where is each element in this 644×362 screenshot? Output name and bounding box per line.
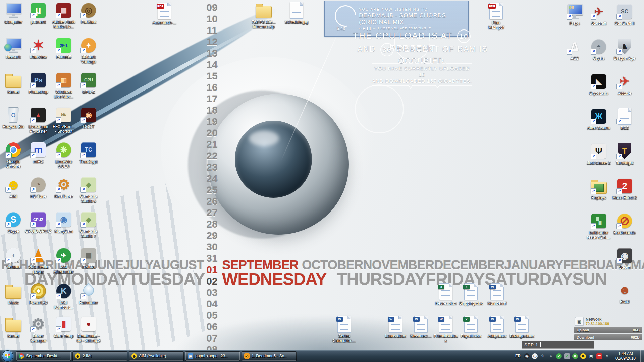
desktop-icon-build-order-tester[interactable]: ▚↗build order tester v2.4....	[585, 213, 613, 240]
jet-tray-icon[interactable]: ✈	[540, 353, 546, 359]
desktop-icon-payroll-xlsx[interactable]: XPayroll.xlsx	[457, 316, 485, 338]
desktop-icon-mirc[interactable]: m↗mIRC	[24, 141, 52, 164]
desktop-icon-plan-math-pdf[interactable]: PDFPlan Math.pdf	[482, 3, 510, 30]
desktop-icon-starcraft[interactable]: ✈↗Starcraft	[585, 3, 613, 26]
desktop-icon-hd-tune[interactable]: ◔↗HD Tune	[24, 176, 52, 199]
desktop-icon-gpu-z[interactable]: GPU↗GPU-Z	[74, 72, 103, 94]
desktop-icon-prime95[interactable]: 2ᵖ-1↗Prime95	[50, 37, 78, 59]
desktop-icon-shipping-xlsx[interactable]: XShipping.xlsx	[457, 283, 485, 306]
desktop-icon-altitude[interactable]: ✈↗Altitude	[610, 73, 639, 96]
desktop-icon-rmma[interactable]: ▦↗RMMA	[74, 247, 103, 269]
taskbar-button-3[interactable]: ☻AIM (Available)	[129, 351, 184, 361]
desktop-icon-steam[interactable]: ◉↗Steam	[610, 247, 639, 270]
clock-tray-icon[interactable]: ◷	[532, 353, 538, 359]
usb-tray-icon[interactable]: ✔	[564, 353, 570, 359]
desktop-icon-crysis[interactable]: ◓↗Crysis	[585, 38, 613, 61]
desktop-icon-windows-live-movie-maker[interactable]: ▥↗Windows Live Mov...	[50, 72, 78, 99]
ghost-tray-icon[interactable]: ●	[548, 353, 554, 359]
desktop-icon-manycam[interactable]: ◉↗ManyCam	[50, 211, 78, 234]
network-row-label: Upload	[577, 328, 589, 332]
desktop-icon-addy-docx[interactable]: WAddy.docx	[483, 316, 511, 338]
desktop-icon-google-chrome[interactable]: ↗Google Chrome	[0, 141, 28, 169]
desktop-icon-heures-xlsx[interactable]: XHeures.xlsx	[432, 283, 460, 306]
desktop-icon-cpuid-cpu-z[interactable]: CPUZ↗CPUID CPU-Z	[24, 211, 52, 234]
desktop-icon-camtasia-studio-6[interactable]: ◆↗Camtasia Studio 6	[74, 176, 103, 203]
steam-tray-icon[interactable]: ◉	[524, 353, 530, 359]
desktop-icon-driver-sweeper[interactable]: ⚙↗Driver Sweeper	[24, 316, 52, 343]
desktop-icon-rainmeter[interactable]: ↗Rainmeter	[74, 283, 103, 305]
desktop-icon-bazinga-docx[interactable]: WBazinga.docx	[508, 316, 536, 338]
desktop-icon-replays-folder[interactable]: ↗Replays	[585, 178, 613, 200]
desktop-icon-3dmark-vantage[interactable]: ✦↗3DMark Vantage	[74, 37, 103, 64]
desktop-icon-limewire[interactable]: ❋↗LimeWire 5.5.10	[50, 141, 78, 169]
aim-tray-icon[interactable]: ☻	[580, 353, 586, 359]
desktop-icon-borderlands[interactable]: ⊘↗Borderlands	[610, 213, 639, 235]
avira-tray-icon[interactable]: ☂	[596, 353, 602, 359]
language-indicator[interactable]: FR	[515, 354, 521, 358]
icon-label: CPUID CPU-Z	[24, 229, 52, 234]
desktop-icon-occt[interactable]: ◉↗OCCT	[74, 107, 103, 129]
desktop-icon-mass-effect-2[interactable]: 2↗Mass Effect 2	[610, 178, 639, 200]
desktop-icon-loans-docx[interactable]: WLoans.docx	[381, 316, 410, 338]
desktop-icon-deadmau5-mp3[interactable]: ●Deadmau5 - 08 - 8bit.mp3	[74, 316, 103, 343]
desktop-icon-photoshop[interactable]: Ps↗Photoshop	[24, 72, 52, 94]
desktop-icon-livestream-procaster[interactable]: ▲↗Livestream Procaster	[24, 107, 52, 134]
show-desktop-button[interactable]	[640, 350, 644, 362]
desktop-icon-bc2[interactable]: ↗BC2	[610, 108, 639, 130]
desktop-icon-mewmew-docx[interactable]: WMewmew....	[407, 316, 435, 338]
desktop-icon-auzentech-pdf[interactable]: PDFAuzentech-...	[150, 3, 178, 25]
taskbar-button-1[interactable]: September Deskt...	[16, 351, 71, 361]
desktop-icon-ffxiv-benchmark[interactable]: ❧↗FFXIVBen... - Shortcut	[50, 107, 78, 134]
shortcut-arrow-icon: ↗	[591, 154, 596, 159]
desktop-icon-poweriso[interactable]: ↗PowerISO	[24, 283, 52, 305]
desktop-icon-furmark[interactable]: ◎↗FurMark	[74, 2, 103, 24]
desktop-icon-vlc-media-player[interactable]: ↗VLC media player	[24, 247, 52, 274]
desktop-icon-skype[interactable]: S↗Skype	[0, 211, 28, 234]
desktop-icon-schedule-jpg[interactable]: Schedule.jpg	[282, 2, 311, 24]
volume-tray-icon[interactable]: ♬	[604, 353, 610, 359]
desktop-icon-irfanview[interactable]: ✶↗IrfanView	[24, 37, 52, 59]
desktop-icon-music-folder[interactable]: Music	[0, 283, 28, 305]
desktop-icon-truecrypt[interactable]: TC↗TrueCrypt	[74, 141, 103, 164]
desktop-icon-friendlist-docx[interactable]: WFriendlist.doc x	[432, 316, 460, 343]
desktop-icon-kernel-folder-2[interactable]: Kernel	[0, 316, 28, 338]
antivirus-check-tray-icon[interactable]: ✔	[556, 353, 562, 359]
desktop-icon-cryostasis[interactable]: ◣↗Cryostasis	[585, 73, 613, 96]
shortcut-arrow-icon: ↗	[30, 117, 36, 123]
network-download-row: Download682B	[574, 334, 642, 340]
desktop-icon-number-rtf[interactable]: WNumber.rtf	[483, 283, 511, 306]
taskbar-clock[interactable]: 1:44 AM 01/09/2010	[613, 351, 638, 361]
desktop-icon-torchlight[interactable]: T↗Torchlight	[610, 143, 639, 165]
desktop-icon-ventrilo[interactable]: ◖↗Ventrilo	[0, 247, 28, 269]
desktop-icon-msi-kombustor[interactable]: K↗MSI Kombust...	[50, 283, 78, 310]
taskbar-button-2[interactable]: ☻2 IMs	[72, 351, 127, 361]
poweriso-icon: ↗	[30, 283, 47, 299]
taskbar-button-4[interactable]: ▣popol <popol_23...	[185, 351, 240, 361]
network-tray-icon[interactable]: ▣	[588, 353, 594, 359]
desktop-icon-alien-swarm[interactable]: Ж↗Alien Swarm	[585, 108, 613, 130]
shortcut-arrow-icon: ↗	[56, 222, 61, 228]
desktop-icon-starcraft-2[interactable]: SC↗StarCraft II	[610, 3, 639, 26]
launcher-input[interactable]: SEP 1	[522, 341, 594, 349]
desktop-icon-msi-afterburner[interactable]: ✈↗MSI Afterburner	[50, 247, 78, 274]
desktop-icon-dragon-age[interactable]: ♞↗Dragon Age	[610, 38, 639, 61]
desktop-icon-kernel-folder[interactable]: Kernel	[0, 72, 28, 94]
taskbar-button-5[interactable]: ⚡1. Deadmau5 - So...	[241, 351, 297, 361]
desktop-icon-firmware-zip[interactable]: 768 P3 136... firmware.zip	[250, 2, 278, 29]
rivatuner-icon: ⚙↗	[55, 176, 72, 193]
desktop-icon-adobe-flash-media-live[interactable]: ▤↗Adobe Flash Media Liv...	[50, 2, 78, 29]
desktop-icon-braid[interactable]: ☻Braid	[610, 282, 639, 304]
desktop-icon-just-cause-2[interactable]: Ψ↗Just Cause 2	[585, 143, 613, 165]
desktop-icon-rivatuner[interactable]: ⚙↗RivaTuner	[50, 176, 78, 199]
desktop-icon-aim[interactable]: ☻↗AIM	[0, 176, 28, 199]
desktop-icon-core-temp[interactable]: ▮↗Core Temp	[50, 316, 78, 338]
start-button[interactable]	[2, 350, 13, 362]
desktop-icon-computer[interactable]: Computer	[0, 2, 28, 24]
desktop-icon-camtasia-studio-7[interactable]: ◆↗Camtasia Studio 7	[74, 211, 103, 238]
desktop-icon-utorrent[interactable]: µ↗µTorrent	[24, 2, 52, 24]
desktop-icon-recycle-bin[interactable]: ♻Recycle Bin	[0, 107, 28, 129]
desktop-icon-series-calendrier-doc[interactable]: WSeries Calendrier....	[330, 316, 358, 343]
messenger-person-tray-icon[interactable]: ☻	[572, 353, 578, 359]
desktop-icon-network[interactable]: Network	[0, 37, 28, 59]
icon-label: RMMA	[74, 265, 103, 269]
